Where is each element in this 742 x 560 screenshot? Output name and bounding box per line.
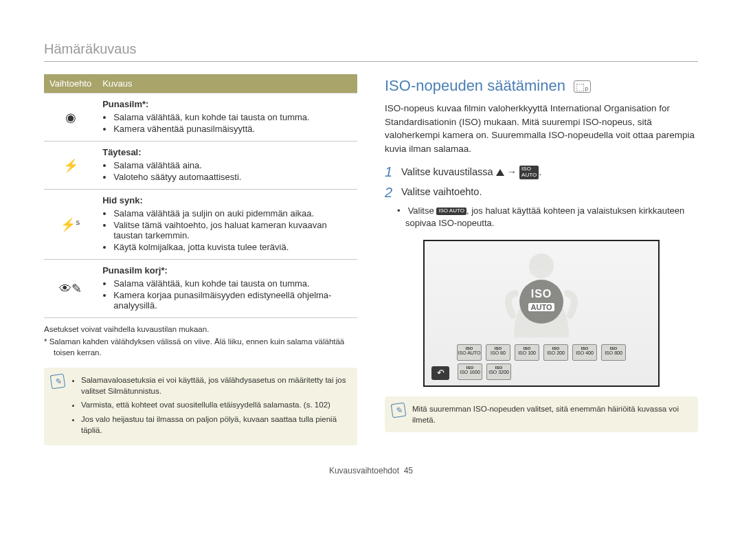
- option-title: Hid synk:: [102, 195, 143, 205]
- page-number: 45: [404, 466, 413, 475]
- badge-auto: AUTO: [528, 303, 555, 311]
- slow-sync-icon: ⚡ˢ: [44, 190, 97, 260]
- redeye-fix-icon: 👁✎: [44, 260, 97, 318]
- iso-value: ISO 800: [605, 350, 622, 355]
- option-bullet: Valoteho säätyy automaattisesti.: [113, 172, 352, 182]
- heading-text: ISO-nopeuden säätäminen: [385, 77, 565, 94]
- option-bullet: Salama välähtää ja suljin on auki pidemm…: [113, 208, 352, 219]
- iso-option[interactable]: ISOISO AUTO: [457, 344, 482, 361]
- option-bullet: Salama välähtää, kun kohde tai tausta on…: [113, 112, 352, 122]
- step-1: 1 Valitse kuvaustilassa → ISOAUTO.: [385, 164, 698, 180]
- option-title: Täytesal:: [102, 147, 141, 157]
- iso-options-row2: ISOISO 1600 ISOISO 3200: [425, 363, 658, 380]
- cell-desc: Hid synk: Salama välähtää ja suljin on a…: [97, 190, 357, 260]
- divider: [44, 61, 698, 62]
- iso-option[interactable]: ISOISO 400: [572, 344, 597, 361]
- table-row: ◉ Punasilm*: Salama välähtää, kun kohde …: [44, 93, 357, 142]
- footer-label: Kuvausvaihtoehdot: [329, 466, 399, 475]
- iso-value: ISO 3200: [488, 370, 509, 374]
- iso-option[interactable]: ISOISO 80: [486, 344, 510, 361]
- heading-iso: ISO-nopeuden säätäminen ⬚ₚ: [385, 77, 698, 95]
- info-box-left: ✎ Salamavaloasetuksia ei voi käyttää, jo…: [44, 368, 357, 445]
- step-text: Valitse kuvaustilassa → ISOAUTO.: [401, 164, 541, 179]
- step-end: .: [539, 166, 541, 177]
- section-title: Hämäräkuvaus: [44, 41, 698, 57]
- iso-value: ISO 400: [576, 350, 594, 355]
- step-number: 1: [385, 164, 401, 180]
- option-bullet: Salama välähtää aina.: [113, 160, 352, 170]
- flash-fill-icon: ⚡: [44, 142, 97, 190]
- sub-pre: Valitse: [408, 205, 437, 216]
- footnote: * Salaman kahden välähdyksen välissä on …: [54, 336, 357, 358]
- footnote: Asetukset voivat vaihdella kuvaustilan m…: [54, 324, 357, 335]
- sub-bullet: • Valitse ISO AUTO, jos haluat käyttää k…: [405, 205, 698, 229]
- info-bullet: Varmista, että kohteet ovat suositellull…: [81, 399, 349, 410]
- iso-value: ISO 200: [547, 350, 565, 355]
- table-row: 👁✎ Punasilm korj*: Salama välähtää, kun …: [44, 260, 357, 318]
- mode-icon: ⬚ₚ: [574, 80, 591, 93]
- iso-option[interactable]: ISOISO 800: [601, 344, 626, 361]
- table-header-desc: Kuvaus: [97, 74, 357, 93]
- cell-desc: Punasilm*: Salama välähtää, kun kohde ta…: [97, 93, 357, 142]
- steps: 1 Valitse kuvaustilassa → ISOAUTO. 2 Val…: [385, 164, 698, 229]
- columns: Vaihtoehto Kuvaus ◉ Punasilm*: Salama vä…: [44, 74, 698, 445]
- badge-iso: ISO: [519, 280, 563, 300]
- info-text: Mitä suuremman ISO-nopeuden valitset, si…: [412, 405, 679, 424]
- step-text: Valitse vaihtoehto.: [401, 184, 482, 197]
- option-title: Punasilm*:: [102, 99, 148, 109]
- option-bullet: Salama välähtää, kun kohde tai tausta on…: [113, 278, 352, 289]
- iso-value: ISO AUTO: [458, 350, 481, 355]
- page-footer: Kuvausvaihtoehdot 45: [44, 466, 698, 475]
- right-column: ISO-nopeuden säätäminen ⬚ₚ ISO-nopeus ku…: [385, 74, 698, 445]
- step-number: 2: [385, 184, 401, 201]
- info-box-right: ✎ Mitä suuremman ISO-nopeuden valitset, …: [385, 396, 698, 432]
- redeye-icon: ◉: [44, 93, 97, 142]
- step-arrow: →: [507, 166, 520, 177]
- manual-page: Hämäräkuvaus Vaihtoehto Kuvaus ◉ Punasil…: [0, 0, 742, 489]
- info-icon: ✎: [50, 374, 66, 390]
- table-row: ⚡ Täytesal: Salama välähtää aina. Valote…: [44, 142, 357, 190]
- options-table: Vaihtoehto Kuvaus ◉ Punasilm*: Salama vä…: [44, 74, 357, 318]
- iso-value: ISO 1600: [460, 370, 480, 374]
- iso-description: ISO-nopeus kuvaa filmin valoherkkyyttä I…: [385, 102, 698, 155]
- step-text-pre: Valitse kuvaustilassa: [401, 166, 496, 177]
- iso-option[interactable]: ISOISO 100: [515, 344, 539, 361]
- footnotes: Asetukset voivat vaihdella kuvaustilan m…: [44, 324, 357, 358]
- step-2: 2 Valitse vaihtoehto.: [385, 184, 698, 201]
- iso-value: ISO 80: [491, 350, 506, 355]
- left-column: Vaihtoehto Kuvaus ◉ Punasilm*: Salama vä…: [44, 74, 357, 445]
- option-bullet: Käytä kolmijalkaa, jotta kuvista tulee t…: [113, 242, 352, 252]
- iso-auto-icon: ISO AUTO: [436, 208, 466, 215]
- iso-auto-icon: ISOAUTO: [519, 166, 539, 179]
- info-bullet: Jos valo heijastuu tai ilmassa on paljon…: [81, 414, 349, 436]
- option-bullet: Kamera vähentää punasilmäisyyttä.: [113, 124, 352, 134]
- info-icon: ✎: [391, 402, 407, 418]
- iso-option[interactable]: ISOISO 1600: [458, 363, 482, 380]
- table-row: ⚡ˢ Hid synk: Salama välähtää ja suljin o…: [44, 190, 357, 260]
- iso-options-row1: ISOISO AUTO ISOISO 80 ISOISO 100 ISOISO …: [425, 344, 658, 361]
- option-bullet: Valitse tämä vaihtoehto, jos haluat kame…: [113, 220, 352, 240]
- iso-option[interactable]: ISOISO 200: [543, 344, 568, 361]
- badge-label: Autom.: [519, 269, 563, 276]
- cell-desc: Täytesal: Salama välähtää aina. Valoteho…: [97, 142, 357, 190]
- iso-value: ISO 100: [518, 350, 536, 355]
- iso-auto-badge: Autom. ISO AUTO: [519, 280, 563, 324]
- option-title: Punasilm korj*:: [102, 265, 168, 276]
- camera-preview: Autom. ISO AUTO ISOISO AUTO ISOISO 80 IS…: [423, 240, 660, 387]
- option-bullet: Kamera korjaa punasilmäisyyden edistynee…: [113, 290, 352, 311]
- back-button[interactable]: ↶: [431, 366, 449, 380]
- iso-option[interactable]: ISOISO 3200: [486, 363, 511, 380]
- info-text: Salamavaloasetuksia ei voi käyttää, jos …: [81, 376, 346, 395]
- up-triangle-icon: [496, 169, 504, 176]
- info-bullet: Salamavaloasetuksia ei voi käyttää, jos …: [81, 374, 349, 396]
- table-header-option: Vaihtoehto: [44, 74, 97, 93]
- cell-desc: Punasilm korj*: Salama välähtää, kun koh…: [97, 260, 357, 318]
